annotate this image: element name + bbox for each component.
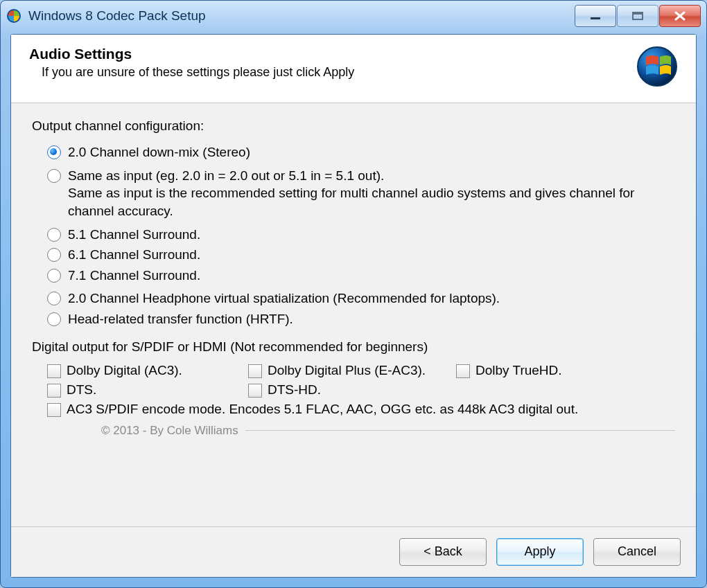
radio-icon	[47, 248, 61, 262]
close-button[interactable]	[659, 5, 701, 27]
checkbox-label: Dolby Digital (AC3).	[67, 363, 182, 378]
radio-stereo[interactable]: 2.0 Channel down-mix (Stereo)	[47, 143, 675, 161]
radio-same-as-input[interactable]: Same as input (eg. 2.0 in = 2.0 out or 5…	[47, 167, 675, 220]
radio-icon	[47, 169, 61, 183]
radio-51[interactable]: 5.1 Channel Surround.	[47, 226, 675, 244]
page-body: Output channel configuration: 2.0 Channe…	[11, 103, 696, 526]
maximize-button[interactable]	[617, 5, 658, 27]
separator	[245, 430, 675, 431]
apply-button[interactable]: Apply	[496, 538, 584, 566]
radio-label: 2.0 Channel Headphone virtual spatializa…	[68, 289, 500, 308]
minimize-button[interactable]	[575, 5, 616, 27]
radio-icon	[47, 145, 61, 159]
checkbox-icon	[248, 384, 262, 398]
svg-rect-2	[591, 17, 600, 19]
checkbox-label: DTS-HD.	[268, 382, 321, 398]
checkbox-label: Dolby Digital Plus (E-AC3).	[268, 363, 426, 378]
radio-label: 2.0 Channel down-mix (Stereo)	[68, 143, 250, 161]
footer: < Back Apply Cancel	[11, 526, 696, 577]
radio-icon	[47, 228, 61, 242]
back-button[interactable]: < Back	[399, 538, 487, 566]
radio-label: Same as input (eg. 2.0 in = 2.0 out or 5…	[68, 167, 675, 220]
check-dolby-digital[interactable]: Dolby Digital (AC3).	[47, 363, 241, 378]
copyright-line: © 2013 - By Cole Williams	[32, 424, 675, 438]
checkbox-icon	[47, 403, 61, 417]
radio-label: 7.1 Channel Surround.	[68, 267, 200, 285]
checkbox-icon	[47, 364, 61, 378]
app-icon	[6, 8, 21, 24]
checkbox-icon	[248, 364, 262, 378]
radio-label: Head-related transfer function (HRTF).	[68, 310, 293, 328]
copyright-text: © 2013 - By Cole Williams	[94, 424, 245, 438]
radio-71[interactable]: 7.1 Channel Surround.	[47, 267, 675, 285]
radio-61[interactable]: 6.1 Channel Surround.	[47, 246, 675, 264]
radio-label: 5.1 Channel Surround.	[68, 226, 200, 244]
checkbox-icon	[47, 384, 61, 398]
channel-section-label: Output channel configuration:	[32, 118, 675, 134]
window-title: Windows 8 Codec Pack Setup	[28, 8, 206, 24]
page-header: Audio Settings If you are unsure of thes…	[11, 35, 696, 103]
checkbox-label: AC3 S/PDIF encode mode. Encodes 5.1 FLAC…	[67, 402, 578, 417]
windows-logo-icon	[636, 46, 678, 87]
radio-icon	[47, 269, 61, 283]
radio-hrtf[interactable]: Head-related transfer function (HRTF).	[47, 310, 675, 328]
channel-radio-group: 2.0 Channel down-mix (Stereo) Same as in…	[32, 143, 675, 328]
checkbox-label: DTS.	[67, 382, 96, 398]
checkbox-label: Dolby TrueHD.	[475, 363, 562, 378]
check-dts-hd[interactable]: DTS-HD.	[248, 382, 449, 398]
radio-icon	[47, 312, 61, 326]
svg-rect-4	[633, 12, 643, 15]
installer-window: Windows 8 Codec Pack Setup Audio Setting…	[0, 0, 707, 588]
check-dts[interactable]: DTS.	[47, 382, 241, 398]
check-ac3-spdif-encode[interactable]: AC3 S/PDIF encode mode. Encodes 5.1 FLAC…	[47, 402, 578, 417]
check-dolby-digital-plus[interactable]: Dolby Digital Plus (E-AC3).	[248, 363, 449, 378]
radio-label: 6.1 Channel Surround.	[68, 246, 200, 264]
client-area: Audio Settings If you are unsure of thes…	[10, 34, 697, 578]
radio-icon	[47, 292, 61, 305]
titlebar: Windows 8 Codec Pack Setup	[1, 1, 706, 31]
checkbox-icon	[456, 364, 470, 378]
page-title: Audio Settings	[29, 46, 622, 62]
page-subtitle: If you are unsure of these settings plea…	[29, 65, 622, 80]
digital-checkbox-group: Dolby Digital (AC3). Dolby Digital Plus …	[32, 363, 675, 417]
digital-section-label: Digital output for S/PDIF or HDMI (Not r…	[32, 339, 675, 355]
check-dolby-truehd[interactable]: Dolby TrueHD.	[456, 363, 562, 378]
cancel-button[interactable]: Cancel	[593, 538, 681, 566]
radio-headphone-virtual[interactable]: 2.0 Channel Headphone virtual spatializa…	[47, 289, 675, 308]
